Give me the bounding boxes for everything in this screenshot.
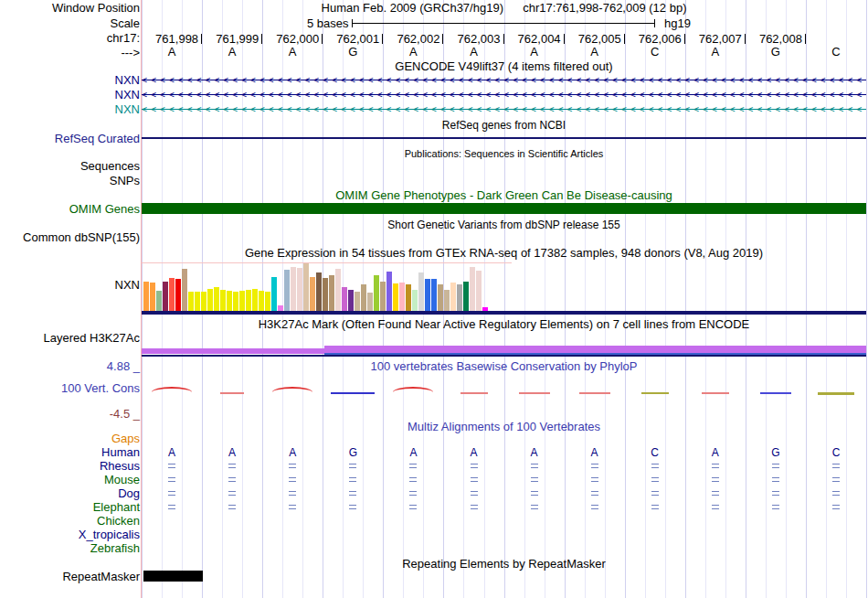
gtex-tissue-bar[interactable] — [182, 269, 187, 311]
gtex-tissue-bar[interactable] — [444, 290, 450, 311]
multiz-species-label-gaps[interactable]: Gaps — [111, 432, 140, 445]
gtex-tissue-bar[interactable] — [246, 290, 251, 311]
strand-arrow-label[interactable]: ---> — [121, 47, 140, 59]
omim-gene-bar[interactable] — [142, 203, 866, 214]
gtex-tissue-bar[interactable] — [284, 270, 290, 311]
gtex-tissue-bar[interactable] — [175, 279, 181, 311]
gtex-tissue-bar[interactable] — [367, 293, 373, 311]
h3k27ac-bar-left[interactable] — [142, 348, 324, 354]
multiz-species-label-zebrafish[interactable]: Zebrafish — [90, 542, 140, 555]
gtex-tissue-bar[interactable] — [239, 291, 245, 311]
h3k27ac-track-title[interactable]: H3K27Ac Mark (Often Found Near Active Re… — [142, 318, 866, 331]
multiz-species-label-chicken[interactable]: Chicken — [97, 515, 140, 528]
phylop-flat-mark — [220, 392, 244, 394]
gtex-tissue-bar[interactable] — [406, 284, 411, 311]
gene-strand-arrows[interactable]: <<<<<<<<<<<<<<<<<<<<<<<<<<<<<<<<<<<<<<<<… — [142, 103, 866, 115]
genome-browser-view[interactable]: Window Position Human Feb. 2009 (GRCh37/… — [0, 0, 868, 598]
multiz-match-mark — [591, 477, 598, 482]
gtex-tissue-bar[interactable] — [386, 272, 392, 311]
multiz-track-title[interactable]: Multiz Alignments of 100 Vertebrates — [142, 421, 866, 433]
multiz-species-label-elephant[interactable]: Elephant — [93, 501, 140, 514]
gtex-tissue-bar[interactable] — [201, 292, 206, 311]
gtex-tissue-bar[interactable] — [259, 291, 264, 311]
refseq-curated-label[interactable]: RefSeq Curated — [55, 133, 140, 145]
multiz-species-label-dog[interactable]: Dog — [118, 487, 140, 500]
gtex-tissue-bar[interactable] — [348, 290, 354, 311]
gtex-tissue-bar[interactable] — [438, 284, 443, 311]
gtex-tissue-bar[interactable] — [188, 292, 194, 311]
gtex-tissue-bar[interactable] — [342, 287, 347, 311]
gtex-tissue-bar[interactable] — [195, 292, 200, 311]
multiz-species-label-mouse[interactable]: Mouse — [104, 474, 140, 486]
dbsnp-track-label[interactable]: Common dbSNP(155) — [23, 231, 140, 244]
gtex-tissue-bar[interactable] — [143, 282, 149, 311]
publications-track-title[interactable]: Publications: Sequences in Scientific Ar… — [142, 147, 866, 160]
gtex-tissue-bar[interactable] — [476, 271, 482, 311]
gtex-tissue-bar[interactable] — [150, 283, 155, 311]
repeatmasker-track-label[interactable]: RepeatMasker — [62, 571, 140, 583]
gtex-tissue-bar[interactable] — [227, 291, 232, 311]
multiz-match-mark — [168, 491, 175, 496]
refseq-curated-line[interactable] — [142, 137, 866, 139]
gencode-track-title[interactable]: GENCODE V49lift37 (4 items filtered out) — [142, 60, 866, 73]
dbsnp-track-title[interactable]: Short Genetic Variants from dbSNP releas… — [142, 219, 866, 231]
h3k27ac-bar-right[interactable] — [324, 346, 866, 353]
gtex-tissue-bar[interactable] — [163, 282, 168, 311]
gtex-tissue-bar[interactable] — [425, 279, 430, 311]
gtex-tissue-bar[interactable] — [316, 272, 322, 311]
gtex-track-title[interactable]: Gene Expression in 54 tissues from GTEx … — [142, 247, 866, 260]
h3k27ac-track-label[interactable]: Layered H3K27Ac — [43, 332, 140, 345]
gtex-tissue-bar[interactable] — [303, 263, 309, 311]
phylop-track-title[interactable]: 100 vertebrates Basewise Conservation by… — [142, 360, 866, 373]
gtex-tissue-bar[interactable] — [310, 277, 315, 311]
coordinate-tick — [322, 34, 323, 44]
gencode-gene-label[interactable]: NXN — [115, 89, 140, 101]
gtex-tissue-bar[interactable] — [271, 277, 277, 311]
phylop-track-label[interactable]: 100 Vert. Cons — [61, 382, 140, 395]
phylop-flat-mark — [760, 392, 791, 394]
gencode-gene-label[interactable]: NXN — [115, 74, 140, 87]
gtex-tissue-bar[interactable] — [329, 275, 334, 311]
gtex-tissue-bar[interactable] — [380, 282, 386, 311]
gtex-tissue-bar[interactable] — [291, 267, 296, 311]
gene-strand-arrows[interactable]: <<<<<<<<<<<<<<<<<<<<<<<<<<<<<<<<<<<<<<<<… — [142, 74, 866, 86]
gtex-tissue-bar[interactable] — [355, 292, 360, 311]
gtex-tissue-bar[interactable] — [169, 278, 175, 311]
gtex-tissue-bar[interactable] — [374, 275, 379, 311]
gtex-gene-label[interactable]: NXN — [115, 279, 140, 292]
gtex-tissue-bar[interactable] — [156, 291, 162, 311]
gtex-tissue-bar[interactable] — [418, 272, 424, 311]
multiz-species-label-human[interactable]: Human — [101, 446, 140, 459]
gtex-tissue-bar[interactable] — [393, 283, 398, 311]
gtex-tissue-bar[interactable] — [233, 292, 238, 311]
gtex-tissue-bar[interactable] — [335, 269, 341, 311]
gtex-tissue-bar[interactable] — [450, 283, 456, 311]
gtex-tissue-bar[interactable] — [297, 268, 302, 311]
gtex-tissue-bar[interactable] — [470, 267, 475, 311]
coordinate-tick — [261, 34, 262, 44]
gtex-tissue-bar[interactable] — [457, 284, 462, 311]
multiz-species-label-rhesus[interactable]: Rhesus — [100, 460, 140, 473]
omim-genes-label[interactable]: OMIM Genes — [69, 203, 140, 216]
sequences-track-label[interactable]: Sequences — [80, 160, 140, 173]
multiz-match-mark — [531, 477, 538, 482]
gtex-tissue-bar[interactable] — [361, 284, 366, 311]
repeatmasker-track-title[interactable]: Repeating Elements by RepeatMasker — [142, 558, 866, 571]
gene-strand-arrows[interactable]: <<<<<<<<<<<<<<<<<<<<<<<<<<<<<<<<<<<<<<<<… — [142, 89, 866, 101]
snps-track-label[interactable]: SNPs — [110, 175, 140, 187]
omim-track-title[interactable]: OMIM Gene Phenotypes - Dark Green Can Be… — [142, 189, 866, 202]
gtex-tissue-bar[interactable] — [463, 282, 469, 311]
gtex-tissue-bar[interactable] — [323, 278, 328, 311]
refseq-track-title[interactable]: RefSeq genes from NCBI — [142, 119, 866, 132]
gtex-tissue-bar[interactable] — [399, 283, 405, 311]
gencode-gene-label[interactable]: NXN — [115, 103, 140, 116]
gtex-tissue-bar[interactable] — [207, 289, 213, 311]
gtex-tissue-bar[interactable] — [220, 290, 226, 311]
gtex-tissue-bar[interactable] — [265, 292, 270, 311]
repeatmasker-element-bar[interactable] — [143, 571, 203, 582]
gtex-tissue-bar[interactable] — [252, 289, 258, 311]
gtex-tissue-bar[interactable] — [431, 279, 437, 311]
gtex-tissue-bar[interactable] — [412, 290, 418, 311]
multiz-species-label-x_tropicalis[interactable]: X_tropicalis — [79, 529, 140, 541]
gtex-tissue-bar[interactable] — [214, 287, 219, 311]
